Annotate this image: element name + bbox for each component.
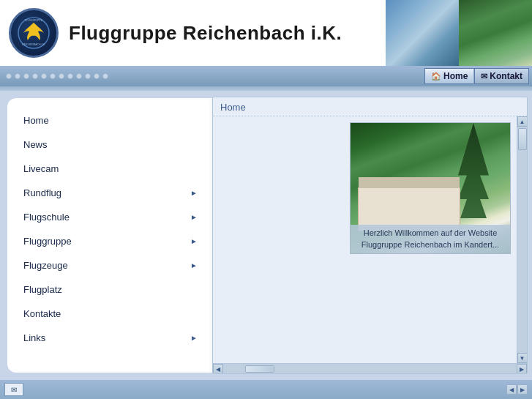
nav-kontakt-label: Kontakt — [490, 71, 522, 81]
nav-dot-1 — [6, 73, 12, 79]
scroll-up-button[interactable]: ▲ — [517, 116, 528, 127]
content-title: Home — [213, 97, 527, 116]
nav-home-button[interactable]: 🏠 Home — [424, 68, 474, 84]
logo-circle: REICHENBACH I.K. FLUGGRUPPE — [9, 8, 59, 58]
header-img-forest — [459, 0, 532, 66]
content-box: Home Herzlich Willkommen auf der Website… — [212, 97, 528, 374]
sidebar-label-fluggruppe: Fluggruppe — [23, 236, 72, 247]
sidebar-item-links[interactable]: Links ► — [7, 326, 212, 350]
sidebar-label-flugzeuge: Flugzeuge — [23, 260, 68, 271]
nav-dot-7 — [59, 73, 64, 79]
sidebar-item-fluggruppe[interactable]: Fluggruppe ► — [7, 229, 212, 253]
header-image — [386, 0, 532, 66]
nav-dot-6 — [50, 73, 56, 79]
scroll-thumb[interactable] — [518, 128, 527, 150]
chevron-right-icon: ► — [190, 213, 198, 221]
header-img-sky — [386, 0, 459, 66]
sidebar-item-flugschule[interactable]: Flugschule ► — [7, 205, 212, 229]
footer-scroll-left-button[interactable]: ◀ — [506, 384, 517, 395]
footer-email-icon[interactable]: ✉ — [4, 383, 23, 396]
content-caption: Herzlich Willkommen auf der Website Flug… — [351, 225, 510, 253]
nav-dot-4 — [32, 73, 38, 79]
sidebar-label-news: News — [23, 139, 48, 150]
caption-line1: Herzlich Willkommen auf der Website — [364, 228, 498, 237]
svg-text:REICHENBACH I.K.: REICHENBACH I.K. — [22, 43, 45, 46]
caption-line2: Fluggruppe Reichenbach im Kandert... — [361, 240, 499, 249]
nav-dot-10 — [85, 73, 91, 79]
sidebar-item-flugplatz[interactable]: Flugplatz — [7, 277, 212, 302]
nav-dot-5 — [41, 73, 47, 79]
nav-dot-8 — [67, 73, 73, 79]
sidebar-label-livecam: Livecam — [23, 163, 59, 174]
scroll-left-button[interactable]: ◀ — [213, 364, 223, 374]
sidebar-item-livecam[interactable]: Livecam — [7, 157, 212, 181]
nav-dot-12 — [102, 73, 108, 79]
chevron-right-icon: ► — [190, 189, 198, 197]
site-title: Fluggruppe Reichenbach i.K. — [69, 22, 342, 45]
nav-home-label: Home — [443, 71, 468, 81]
nav-kontakt-button[interactable]: ✉ Kontakt — [474, 68, 529, 84]
email-icon: ✉ — [11, 386, 17, 394]
nav-dot-2 — [15, 73, 20, 79]
sidebar-label-rundflug: Rundflug — [23, 187, 61, 198]
logo-area: REICHENBACH I.K. FLUGGRUPPE Fluggruppe R… — [0, 2, 386, 64]
sidebar-item-rundflug[interactable]: Rundflug ► — [7, 181, 212, 205]
scroll-h-thumb[interactable] — [245, 365, 274, 373]
scroll-down-button[interactable]: ▼ — [517, 353, 528, 363]
vertical-scrollbar[interactable]: ▲ ▼ — [517, 116, 527, 363]
nav-dot-9 — [76, 73, 82, 79]
sidebar-label-home: Home — [23, 115, 49, 126]
mail-icon: ✉ — [481, 72, 487, 81]
content-inner: Herzlich Willkommen auf der Website Flug… — [213, 116, 517, 363]
sidebar-item-news[interactable]: News — [7, 133, 212, 157]
content-wrapper: Home Herzlich Willkommen auf der Website… — [212, 91, 532, 380]
scroll-track — [517, 127, 527, 353]
sidebar: Home News Livecam Rundflug ► Flugschule … — [7, 98, 212, 373]
chevron-right-icon: ► — [190, 237, 198, 245]
home-icon: 🏠 — [431, 72, 441, 81]
main-area: Home News Livecam Rundflug ► Flugschule … — [0, 91, 532, 380]
sidebar-label-flugplatz: Flugplatz — [23, 284, 62, 295]
sidebar-item-kontakte[interactable]: Kontakte — [7, 302, 212, 326]
svg-text:FLUGGRUPPE: FLUGGRUPPE — [25, 19, 43, 22]
footer-scroll-buttons: ◀ ▶ — [506, 384, 528, 395]
sidebar-label-flugschule: Flugschule — [23, 212, 70, 223]
chevron-right-icon: ► — [190, 261, 198, 269]
nav-dot-11 — [94, 73, 100, 79]
content-with-scroll: Herzlich Willkommen auf der Website Flug… — [213, 116, 527, 363]
content-image: Herzlich Willkommen auf der Website Flug… — [350, 122, 511, 254]
sidebar-item-home[interactable]: Home — [7, 108, 212, 133]
sidebar-label-kontakte: Kontakte — [23, 308, 61, 319]
sidebar-wrapper: Home News Livecam Rundflug ► Flugschule … — [0, 91, 212, 380]
chevron-right-icon: ► — [190, 334, 198, 342]
footer: ✉ ◀ ▶ — [0, 380, 532, 399]
footer-scroll-right-button[interactable]: ▶ — [517, 384, 528, 395]
header: REICHENBACH I.K. FLUGGRUPPE Fluggruppe R… — [0, 0, 532, 66]
nav-bar: 🏠 Home ✉ Kontakt — [0, 66, 532, 86]
nav-dot-3 — [23, 73, 29, 79]
scroll-h-track — [223, 364, 517, 373]
scroll-right-button[interactable]: ▶ — [517, 364, 527, 374]
sidebar-label-links: Links — [23, 332, 45, 343]
sidebar-item-flugzeuge[interactable]: Flugzeuge ► — [7, 253, 212, 277]
logo-svg: REICHENBACH I.K. FLUGGRUPPE — [18, 17, 50, 49]
nav-bar-dots — [0, 73, 424, 79]
horizontal-scrollbar[interactable]: ◀ ▶ — [213, 363, 527, 373]
